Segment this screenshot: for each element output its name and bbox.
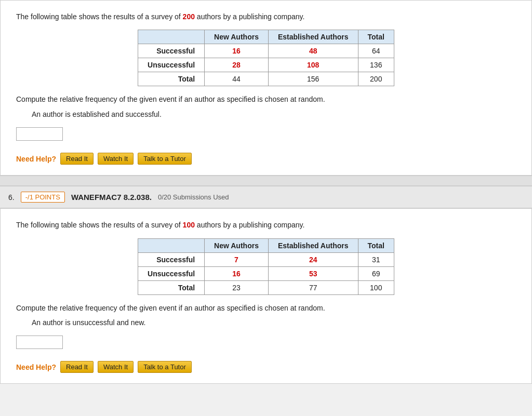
answer-input-q5[interactable] <box>16 127 63 141</box>
row-label-unsuccessful-q5: Unsuccessful <box>138 58 205 72</box>
section-separator <box>0 176 532 186</box>
col-header-new-q6: New Authors <box>205 238 269 252</box>
col-header-empty-q6 <box>138 238 205 252</box>
submissions-label-q6: 0/20 Submissions Used <box>158 193 229 201</box>
read-it-button-q5[interactable]: Read It <box>60 153 94 165</box>
need-help-section-q5: Need Help? Read It Watch It Talk to a Tu… <box>16 153 516 165</box>
cell-est-total-q6: 77 <box>268 280 358 294</box>
cell-est-successful-q6: 24 <box>268 252 358 266</box>
col-header-established-q6: Established Authors <box>268 238 358 252</box>
intro-text-q5: The following table shows the results of… <box>16 11 516 22</box>
row-label-total-q5: Total <box>138 72 205 86</box>
compute-text-q5: Compute the relative frequency of the gi… <box>16 93 516 105</box>
need-help-label-q6: Need Help? <box>16 363 56 371</box>
col-header-established-q5: Established Authors <box>268 30 358 44</box>
data-table-q5: New Authors Established Authors Total Su… <box>138 30 394 86</box>
need-help-label-q5: Need Help? <box>16 155 56 163</box>
col-header-total-q5: Total <box>358 30 394 44</box>
cell-total-unsuccessful-q6: 69 <box>358 266 394 280</box>
row-label-successful-q6: Successful <box>138 252 205 266</box>
survey-count-q5: 200 <box>183 12 195 21</box>
table-row: Successful 16 48 64 <box>138 44 394 58</box>
cell-new-unsuccessful-q5: 28 <box>205 58 269 72</box>
talk-to-tutor-button-q5[interactable]: Talk to a Tutor <box>138 153 192 165</box>
compute-text-q6: Compute the relative frequency of the gi… <box>16 302 516 314</box>
cell-est-successful-q5: 48 <box>268 44 358 58</box>
cell-total-total-q6: 100 <box>358 280 394 294</box>
question-6-block: The following table shows the results of… <box>0 208 532 384</box>
cell-new-successful-q5: 16 <box>205 44 269 58</box>
table-row: Unsuccessful 28 108 136 <box>138 58 394 72</box>
row-label-total-q6: Total <box>138 280 205 294</box>
question-5-block: The following table shows the results of… <box>0 0 532 176</box>
points-badge-q6: -/1 POINTS <box>21 192 65 203</box>
col-header-total-q6: Total <box>358 238 394 252</box>
cell-new-total-q5: 44 <box>205 72 269 86</box>
cell-new-total-q6: 23 <box>205 280 269 294</box>
row-label-unsuccessful-q6: Unsuccessful <box>138 266 205 280</box>
table-row: Successful 7 24 31 <box>138 252 394 266</box>
cell-new-unsuccessful-q6: 16 <box>205 266 269 280</box>
question-number-q6: 6. <box>8 193 15 202</box>
author-description-q5: An author is established and successful. <box>32 109 516 120</box>
data-table-q6: New Authors Established Authors Total Su… <box>138 238 394 295</box>
table-row: Total 44 156 200 <box>138 72 394 86</box>
cell-total-total-q5: 200 <box>358 72 394 86</box>
need-help-section-q6: Need Help? Read It Watch It Talk to a Tu… <box>16 361 516 373</box>
cell-total-unsuccessful-q5: 136 <box>358 58 394 72</box>
table-row: Total 23 77 100 <box>138 280 394 294</box>
read-it-button-q6[interactable]: Read It <box>60 361 94 373</box>
question-6-header: 6. -/1 POINTS WANEFMAC7 8.2.038. 0/20 Su… <box>0 186 532 208</box>
cell-total-successful-q6: 31 <box>358 252 394 266</box>
survey-count-q6: 100 <box>183 221 195 229</box>
cell-est-unsuccessful-q5: 108 <box>268 58 358 72</box>
intro-text-q6: The following table shows the results of… <box>16 219 516 231</box>
question-code-q6: WANEFMAC7 8.2.038. <box>71 193 152 202</box>
cell-est-total-q5: 156 <box>268 72 358 86</box>
cell-new-successful-q6: 7 <box>205 252 269 266</box>
row-label-successful-q5: Successful <box>138 44 205 58</box>
cell-total-successful-q5: 64 <box>358 44 394 58</box>
col-header-empty-q5 <box>138 30 205 44</box>
watch-it-button-q5[interactable]: Watch It <box>98 153 134 165</box>
cell-est-unsuccessful-q6: 53 <box>268 266 358 280</box>
table-row: Unsuccessful 16 53 69 <box>138 266 394 280</box>
answer-input-q6[interactable] <box>16 336 63 349</box>
watch-it-button-q6[interactable]: Watch It <box>98 361 134 373</box>
col-header-new-q5: New Authors <box>205 30 269 44</box>
author-description-q6: An author is unsuccessful and new. <box>32 317 516 328</box>
talk-to-tutor-button-q6[interactable]: Talk to a Tutor <box>138 361 192 373</box>
